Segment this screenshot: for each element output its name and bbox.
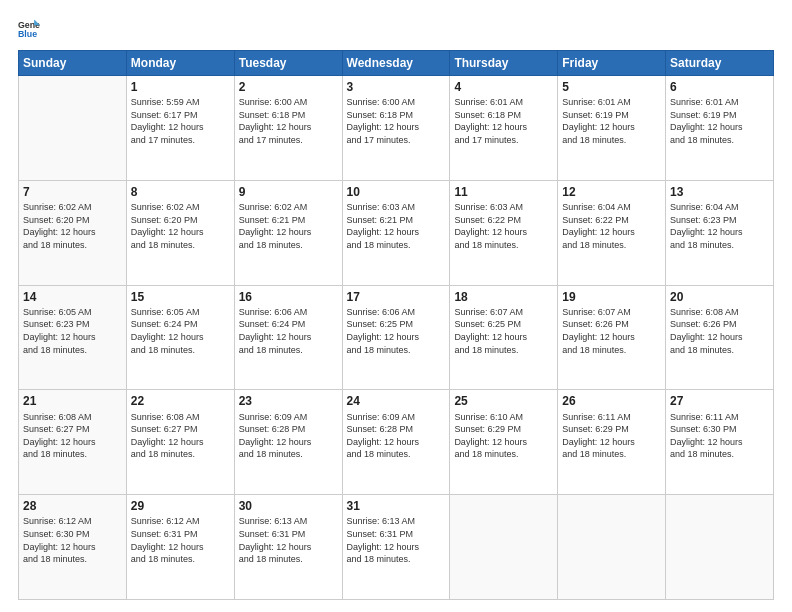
header-saturday: Saturday bbox=[666, 51, 774, 76]
calendar-cell: 5Sunrise: 6:01 AM Sunset: 6:19 PM Daylig… bbox=[558, 76, 666, 181]
day-number: 1 bbox=[131, 79, 230, 95]
calendar-cell: 12Sunrise: 6:04 AM Sunset: 6:22 PM Dayli… bbox=[558, 180, 666, 285]
day-number: 14 bbox=[23, 289, 122, 305]
day-number: 12 bbox=[562, 184, 661, 200]
day-info: Sunrise: 6:08 AM Sunset: 6:27 PM Dayligh… bbox=[131, 411, 230, 461]
day-info: Sunrise: 6:00 AM Sunset: 6:18 PM Dayligh… bbox=[239, 96, 338, 146]
calendar-cell: 24Sunrise: 6:09 AM Sunset: 6:28 PM Dayli… bbox=[342, 390, 450, 495]
calendar-cell: 11Sunrise: 6:03 AM Sunset: 6:22 PM Dayli… bbox=[450, 180, 558, 285]
day-info: Sunrise: 6:07 AM Sunset: 6:26 PM Dayligh… bbox=[562, 306, 661, 356]
calendar-cell: 4Sunrise: 6:01 AM Sunset: 6:18 PM Daylig… bbox=[450, 76, 558, 181]
calendar-cell: 13Sunrise: 6:04 AM Sunset: 6:23 PM Dayli… bbox=[666, 180, 774, 285]
calendar-cell: 17Sunrise: 6:06 AM Sunset: 6:25 PM Dayli… bbox=[342, 285, 450, 390]
calendar-cell: 25Sunrise: 6:10 AM Sunset: 6:29 PM Dayli… bbox=[450, 390, 558, 495]
calendar-page: General Blue SundayMondayTuesdayWednesda… bbox=[0, 0, 792, 612]
calendar-cell: 23Sunrise: 6:09 AM Sunset: 6:28 PM Dayli… bbox=[234, 390, 342, 495]
calendar-cell: 1Sunrise: 5:59 AM Sunset: 6:17 PM Daylig… bbox=[126, 76, 234, 181]
week-row-3: 21Sunrise: 6:08 AM Sunset: 6:27 PM Dayli… bbox=[19, 390, 774, 495]
day-number: 2 bbox=[239, 79, 338, 95]
day-number: 28 bbox=[23, 498, 122, 514]
day-info: Sunrise: 6:06 AM Sunset: 6:24 PM Dayligh… bbox=[239, 306, 338, 356]
day-info: Sunrise: 6:02 AM Sunset: 6:21 PM Dayligh… bbox=[239, 201, 338, 251]
day-number: 10 bbox=[347, 184, 446, 200]
day-number: 23 bbox=[239, 393, 338, 409]
week-row-2: 14Sunrise: 6:05 AM Sunset: 6:23 PM Dayli… bbox=[19, 285, 774, 390]
calendar-cell: 21Sunrise: 6:08 AM Sunset: 6:27 PM Dayli… bbox=[19, 390, 127, 495]
header-monday: Monday bbox=[126, 51, 234, 76]
calendar-header-row: SundayMondayTuesdayWednesdayThursdayFrid… bbox=[19, 51, 774, 76]
day-number: 29 bbox=[131, 498, 230, 514]
calendar-cell: 8Sunrise: 6:02 AM Sunset: 6:20 PM Daylig… bbox=[126, 180, 234, 285]
day-number: 9 bbox=[239, 184, 338, 200]
week-row-4: 28Sunrise: 6:12 AM Sunset: 6:30 PM Dayli… bbox=[19, 495, 774, 600]
day-number: 27 bbox=[670, 393, 769, 409]
day-info: Sunrise: 6:10 AM Sunset: 6:29 PM Dayligh… bbox=[454, 411, 553, 461]
day-number: 20 bbox=[670, 289, 769, 305]
calendar-cell: 10Sunrise: 6:03 AM Sunset: 6:21 PM Dayli… bbox=[342, 180, 450, 285]
calendar-cell bbox=[450, 495, 558, 600]
day-number: 31 bbox=[347, 498, 446, 514]
day-info: Sunrise: 6:02 AM Sunset: 6:20 PM Dayligh… bbox=[131, 201, 230, 251]
header-friday: Friday bbox=[558, 51, 666, 76]
day-number: 5 bbox=[562, 79, 661, 95]
calendar-table: SundayMondayTuesdayWednesdayThursdayFrid… bbox=[18, 50, 774, 600]
calendar-cell: 15Sunrise: 6:05 AM Sunset: 6:24 PM Dayli… bbox=[126, 285, 234, 390]
day-number: 18 bbox=[454, 289, 553, 305]
day-info: Sunrise: 6:12 AM Sunset: 6:30 PM Dayligh… bbox=[23, 515, 122, 565]
day-info: Sunrise: 6:01 AM Sunset: 6:19 PM Dayligh… bbox=[670, 96, 769, 146]
logo: General Blue bbox=[18, 18, 46, 40]
day-number: 6 bbox=[670, 79, 769, 95]
day-number: 13 bbox=[670, 184, 769, 200]
day-info: Sunrise: 6:08 AM Sunset: 6:27 PM Dayligh… bbox=[23, 411, 122, 461]
day-info: Sunrise: 6:07 AM Sunset: 6:25 PM Dayligh… bbox=[454, 306, 553, 356]
day-info: Sunrise: 6:08 AM Sunset: 6:26 PM Dayligh… bbox=[670, 306, 769, 356]
calendar-cell: 9Sunrise: 6:02 AM Sunset: 6:21 PM Daylig… bbox=[234, 180, 342, 285]
day-info: Sunrise: 6:03 AM Sunset: 6:21 PM Dayligh… bbox=[347, 201, 446, 251]
day-info: Sunrise: 5:59 AM Sunset: 6:17 PM Dayligh… bbox=[131, 96, 230, 146]
calendar-cell: 16Sunrise: 6:06 AM Sunset: 6:24 PM Dayli… bbox=[234, 285, 342, 390]
day-info: Sunrise: 6:01 AM Sunset: 6:19 PM Dayligh… bbox=[562, 96, 661, 146]
day-info: Sunrise: 6:13 AM Sunset: 6:31 PM Dayligh… bbox=[347, 515, 446, 565]
calendar-cell: 30Sunrise: 6:13 AM Sunset: 6:31 PM Dayli… bbox=[234, 495, 342, 600]
day-number: 30 bbox=[239, 498, 338, 514]
day-number: 25 bbox=[454, 393, 553, 409]
day-info: Sunrise: 6:01 AM Sunset: 6:18 PM Dayligh… bbox=[454, 96, 553, 146]
calendar-cell: 19Sunrise: 6:07 AM Sunset: 6:26 PM Dayli… bbox=[558, 285, 666, 390]
day-number: 22 bbox=[131, 393, 230, 409]
logo-icon: General Blue bbox=[18, 18, 40, 40]
calendar-cell: 2Sunrise: 6:00 AM Sunset: 6:18 PM Daylig… bbox=[234, 76, 342, 181]
day-number: 15 bbox=[131, 289, 230, 305]
calendar-cell: 31Sunrise: 6:13 AM Sunset: 6:31 PM Dayli… bbox=[342, 495, 450, 600]
day-info: Sunrise: 6:02 AM Sunset: 6:20 PM Dayligh… bbox=[23, 201, 122, 251]
day-number: 4 bbox=[454, 79, 553, 95]
day-info: Sunrise: 6:04 AM Sunset: 6:23 PM Dayligh… bbox=[670, 201, 769, 251]
calendar-cell: 6Sunrise: 6:01 AM Sunset: 6:19 PM Daylig… bbox=[666, 76, 774, 181]
calendar-cell: 7Sunrise: 6:02 AM Sunset: 6:20 PM Daylig… bbox=[19, 180, 127, 285]
day-info: Sunrise: 6:04 AM Sunset: 6:22 PM Dayligh… bbox=[562, 201, 661, 251]
day-number: 11 bbox=[454, 184, 553, 200]
day-info: Sunrise: 6:11 AM Sunset: 6:30 PM Dayligh… bbox=[670, 411, 769, 461]
day-number: 16 bbox=[239, 289, 338, 305]
day-number: 26 bbox=[562, 393, 661, 409]
header-tuesday: Tuesday bbox=[234, 51, 342, 76]
day-info: Sunrise: 6:05 AM Sunset: 6:23 PM Dayligh… bbox=[23, 306, 122, 356]
day-number: 7 bbox=[23, 184, 122, 200]
calendar-cell bbox=[19, 76, 127, 181]
calendar-cell bbox=[558, 495, 666, 600]
day-number: 19 bbox=[562, 289, 661, 305]
day-info: Sunrise: 6:12 AM Sunset: 6:31 PM Dayligh… bbox=[131, 515, 230, 565]
day-info: Sunrise: 6:00 AM Sunset: 6:18 PM Dayligh… bbox=[347, 96, 446, 146]
calendar-cell: 3Sunrise: 6:00 AM Sunset: 6:18 PM Daylig… bbox=[342, 76, 450, 181]
day-info: Sunrise: 6:09 AM Sunset: 6:28 PM Dayligh… bbox=[347, 411, 446, 461]
week-row-1: 7Sunrise: 6:02 AM Sunset: 6:20 PM Daylig… bbox=[19, 180, 774, 285]
day-number: 8 bbox=[131, 184, 230, 200]
calendar-cell: 22Sunrise: 6:08 AM Sunset: 6:27 PM Dayli… bbox=[126, 390, 234, 495]
header-sunday: Sunday bbox=[19, 51, 127, 76]
calendar-cell: 20Sunrise: 6:08 AM Sunset: 6:26 PM Dayli… bbox=[666, 285, 774, 390]
calendar-cell: 26Sunrise: 6:11 AM Sunset: 6:29 PM Dayli… bbox=[558, 390, 666, 495]
day-info: Sunrise: 6:09 AM Sunset: 6:28 PM Dayligh… bbox=[239, 411, 338, 461]
header: General Blue bbox=[18, 18, 774, 40]
calendar-cell: 14Sunrise: 6:05 AM Sunset: 6:23 PM Dayli… bbox=[19, 285, 127, 390]
day-info: Sunrise: 6:13 AM Sunset: 6:31 PM Dayligh… bbox=[239, 515, 338, 565]
day-info: Sunrise: 6:05 AM Sunset: 6:24 PM Dayligh… bbox=[131, 306, 230, 356]
